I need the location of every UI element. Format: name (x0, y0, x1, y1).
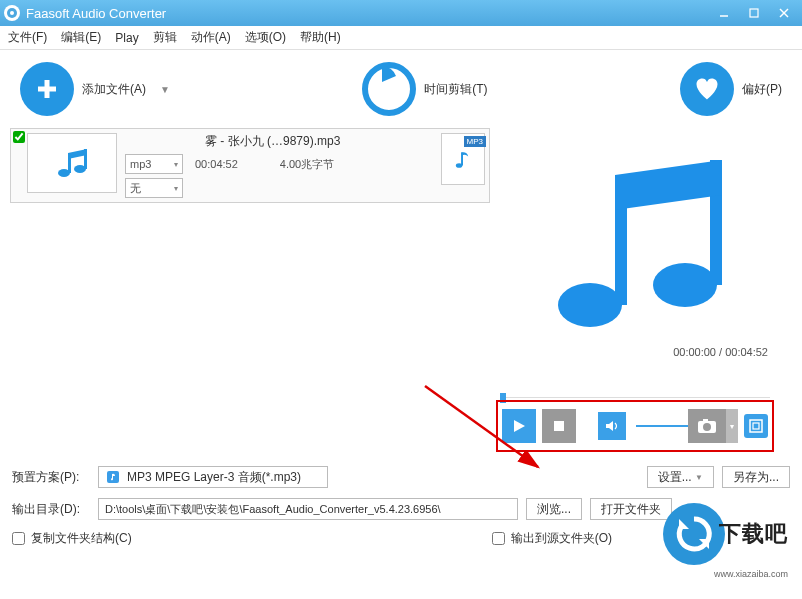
file-size: 4.00兆字节 (280, 157, 334, 172)
menu-clip[interactable]: 剪辑 (153, 29, 177, 46)
svg-point-14 (558, 283, 622, 327)
play-button[interactable] (502, 409, 536, 443)
maximize-button[interactable] (740, 3, 768, 23)
refresh-icon (663, 503, 725, 565)
title-bar: Faasoft Audio Converter (0, 0, 802, 26)
output-path[interactable]: D:\tools\桌面\下载吧\安装包\Faasoft_Audio_Conver… (98, 498, 518, 520)
menu-play[interactable]: Play (115, 31, 138, 45)
file-checkbox[interactable] (13, 131, 25, 143)
copy-structure-checkbox[interactable]: 复制文件夹结构(C) (12, 530, 132, 547)
add-file-label: 添加文件(A) (82, 81, 146, 98)
time-clip-button[interactable]: 时间剪辑(T) (362, 62, 487, 116)
audio-icon (105, 469, 121, 485)
menu-edit[interactable]: 编辑(E) (61, 29, 101, 46)
svg-rect-3 (750, 9, 758, 17)
format-select[interactable]: mp3 (125, 154, 183, 174)
preferences-button[interactable]: 偏好(P) (680, 62, 782, 116)
chevron-down-icon[interactable]: ▼ (160, 84, 170, 95)
main-area: 雾 - 张小九 (…9879).mp3 mp3 00:04:52 4.00兆字节… (0, 128, 802, 458)
menu-options[interactable]: 选项(O) (245, 29, 286, 46)
file-thumbnail (27, 133, 117, 193)
app-logo (4, 5, 20, 21)
output-to-source-checkbox[interactable]: 输出到源文件夹(O) (492, 530, 612, 547)
time-clip-label: 时间剪辑(T) (424, 81, 487, 98)
browse-button[interactable]: 浏览... (526, 498, 582, 520)
toolbar: 添加文件(A) ▼ 时间剪辑(T) 偏好(P) (0, 50, 802, 128)
music-note-icon (535, 145, 735, 345)
menu-file[interactable]: 文件(F) (8, 29, 47, 46)
file-item[interactable]: 雾 - 张小九 (…9879).mp3 mp3 00:04:52 4.00兆字节… (10, 128, 490, 203)
svg-point-1 (10, 11, 14, 15)
menu-action[interactable]: 动作(A) (191, 29, 231, 46)
file-name: 雾 - 张小九 (…9879).mp3 (125, 133, 441, 150)
watermark: 下载吧 www.xiazaiba.com (663, 503, 788, 565)
svg-rect-21 (703, 419, 708, 422)
svg-point-20 (703, 423, 711, 431)
output-label: 输出目录(D): (12, 501, 90, 518)
open-folder-button[interactable]: 打开文件夹 (590, 498, 672, 520)
preferences-label: 偏好(P) (742, 81, 782, 98)
svg-rect-22 (750, 420, 762, 432)
heart-icon (680, 62, 734, 116)
preset-select[interactable]: MP3 MPEG Layer-3 音频(*.mp3) (98, 466, 328, 488)
playback-controls: ▾ (496, 400, 774, 452)
svg-point-15 (653, 263, 717, 307)
file-list: 雾 - 张小九 (…9879).mp3 mp3 00:04:52 4.00兆字节… (0, 128, 490, 458)
saveas-button[interactable]: 另存为... (722, 466, 790, 488)
clock-icon (362, 62, 416, 116)
volume-slider[interactable] (636, 425, 678, 427)
plus-icon (20, 62, 74, 116)
svg-rect-23 (753, 423, 759, 429)
fullscreen-button[interactable] (744, 414, 768, 438)
volume-button[interactable] (598, 412, 626, 440)
effect-select[interactable]: 无 (125, 178, 183, 198)
close-button[interactable] (770, 3, 798, 23)
watermark-text: 下载吧 (719, 519, 788, 549)
svg-rect-18 (554, 421, 564, 431)
file-type-icon: MP3 (441, 133, 485, 185)
time-display: 00:00:00 / 00:04:52 (673, 346, 768, 358)
menu-bar: 文件(F) 编辑(E) Play 剪辑 动作(A) 选项(O) 帮助(H) (0, 26, 802, 50)
preset-label: 预置方案(P): (12, 469, 90, 486)
preview-panel: 00:00:00 / 00:04:52 ▾ (490, 128, 780, 458)
window-title: Faasoft Audio Converter (26, 6, 708, 21)
minimize-button[interactable] (710, 3, 738, 23)
file-type-badge: MP3 (464, 136, 486, 147)
settings-button[interactable]: 设置... ▼ (647, 466, 714, 488)
snapshot-button[interactable]: ▾ (688, 409, 726, 443)
menu-help[interactable]: 帮助(H) (300, 29, 341, 46)
file-duration: 00:04:52 (195, 158, 238, 170)
stop-button[interactable] (542, 409, 576, 443)
snapshot-dropdown[interactable]: ▾ (726, 409, 738, 443)
preview-area: 00:00:00 / 00:04:52 (490, 128, 780, 362)
add-file-button[interactable]: 添加文件(A) ▼ (20, 62, 170, 116)
watermark-url: www.xiazaiba.com (714, 569, 788, 579)
